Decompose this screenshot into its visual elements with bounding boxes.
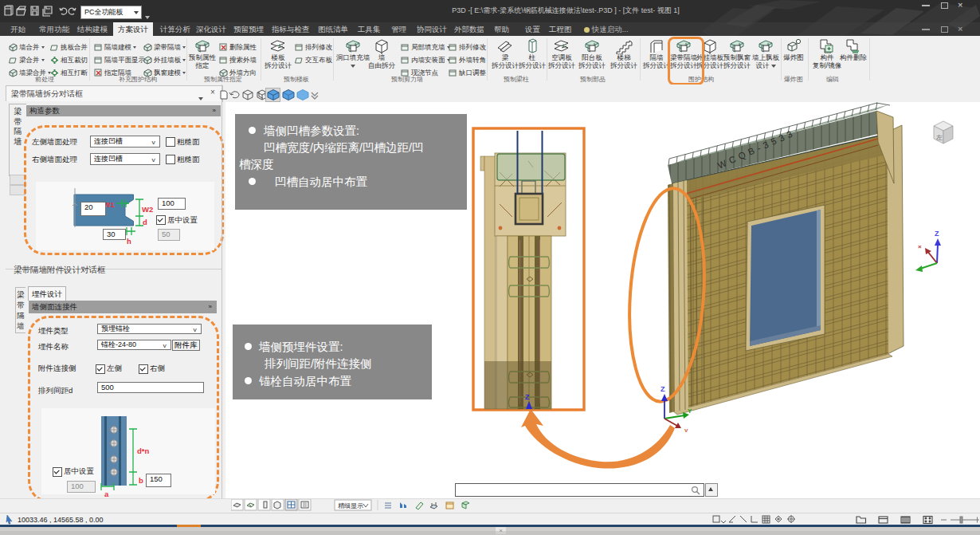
svg-text:Y: Y <box>688 407 692 415</box>
svg-text:Z: Z <box>525 393 530 401</box>
svg-text:Z: Z <box>935 230 939 238</box>
svg-text:×: × <box>918 243 922 250</box>
svg-text:精细显示: 精细显示 <box>338 502 363 509</box>
svg-text:Z: Z <box>661 385 665 393</box>
svg-text:左: 左 <box>936 134 943 141</box>
svg-text:10033.46 , 14565.58 , 0.00: 10033.46 , 14565.58 , 0.00 <box>18 516 104 524</box>
svg-text:v: v <box>684 427 688 434</box>
